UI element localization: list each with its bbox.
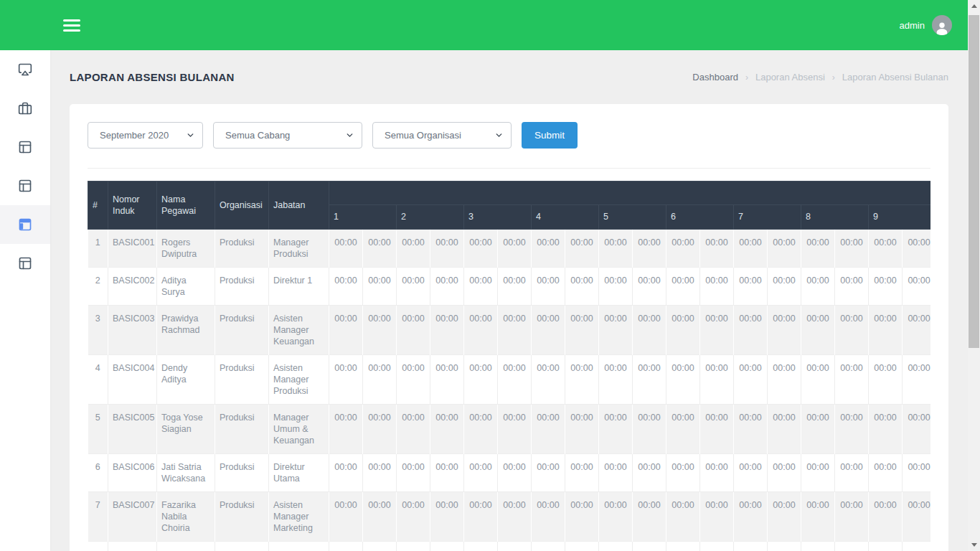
cell-time: 00:00 bbox=[498, 454, 532, 492]
cell-time: 00:00 bbox=[700, 542, 734, 551]
table-row: 1BASIC001Rogers DwiputraProduksiManager … bbox=[88, 230, 931, 268]
cell-time: 00:00 bbox=[498, 230, 532, 268]
branch-select[interactable]: Semua Cabang bbox=[213, 122, 362, 149]
hamburger-menu-icon[interactable] bbox=[63, 17, 80, 34]
breadcrumb-item[interactable]: Laporan Absensi bbox=[755, 72, 825, 83]
cell-time: 00:00 bbox=[801, 542, 835, 551]
cell-time: 00:00 bbox=[903, 306, 931, 355]
cell-time: 00:00 bbox=[801, 230, 835, 268]
cell-time: 00:00 bbox=[464, 230, 498, 268]
cell-time: 00:00 bbox=[363, 454, 397, 492]
cell-time: 00:00 bbox=[498, 405, 532, 454]
cell-time: 00:00 bbox=[633, 542, 666, 551]
vertical-scrollbar bbox=[968, 0, 980, 551]
cell-time: 00:00 bbox=[498, 492, 532, 542]
cell-time: 00:00 bbox=[869, 542, 903, 551]
cell-time: 00:00 bbox=[734, 306, 768, 355]
organization-select[interactable]: Semua Organisasi bbox=[372, 122, 512, 149]
page-title: LAPORAN ABSENSI BULANAN bbox=[70, 71, 235, 83]
cell-time: 00:00 bbox=[869, 230, 903, 268]
column-header-nama-pegawai: Nama Pegawai bbox=[157, 182, 215, 230]
cell-time: 00:00 bbox=[835, 355, 869, 405]
cell-time: 00:00 bbox=[565, 542, 599, 551]
cell-time: 00:00 bbox=[734, 268, 768, 306]
cell-organisasi: Produksi bbox=[215, 306, 269, 355]
cell-time: 00:00 bbox=[666, 542, 700, 551]
cell-time: 00:00 bbox=[363, 230, 397, 268]
cell-time: 00:00 bbox=[801, 405, 835, 454]
cell-time: 00:00 bbox=[700, 230, 734, 268]
cell-nama-pegawai: Dendy Aditya bbox=[157, 355, 215, 405]
cell-nomor-induk: BASIC004 bbox=[108, 355, 157, 405]
cell-time: 00:00 bbox=[532, 230, 565, 268]
cell-time: 00:00 bbox=[869, 454, 903, 492]
cell-time: 00:00 bbox=[869, 268, 903, 306]
cell-time: 00:00 bbox=[700, 306, 734, 355]
layout-icon bbox=[18, 179, 32, 193]
cell-jabatan: Asisten Manager Marketing bbox=[269, 492, 329, 542]
column-header-organisasi: Organisasi bbox=[215, 182, 269, 230]
cell-time: 00:00 bbox=[666, 306, 700, 355]
column-header-jabatan: Jabatan bbox=[269, 182, 329, 230]
cell-time: 00:00 bbox=[397, 492, 430, 542]
cell-time: 00:00 bbox=[734, 454, 768, 492]
cell-index: 1 bbox=[88, 230, 108, 268]
cell-time: 00:00 bbox=[768, 306, 801, 355]
scroll-down-arrow-icon[interactable] bbox=[968, 539, 980, 551]
cell-time: 00:00 bbox=[363, 492, 397, 542]
cell-time: 00:00 bbox=[363, 306, 397, 355]
cell-nomor-induk: BASIC008 bbox=[108, 542, 157, 551]
cell-nama-pegawai: Fazarika Nabila Choiria bbox=[157, 492, 215, 542]
sidebar-item-5[interactable] bbox=[0, 205, 50, 244]
cell-time: 00:00 bbox=[768, 454, 801, 492]
cell-index: 7 bbox=[88, 492, 108, 542]
cell-time: 00:00 bbox=[734, 492, 768, 542]
submit-button[interactable]: Submit bbox=[522, 122, 578, 149]
breadcrumb-item[interactable]: Dashboard bbox=[692, 72, 738, 83]
cell-organisasi: Produksi bbox=[215, 542, 269, 551]
user-menu[interactable]: admin bbox=[900, 15, 952, 35]
cell-index: 8 bbox=[88, 542, 108, 551]
cell-time: 00:00 bbox=[565, 405, 599, 454]
table-row: 5BASIC005Toga Yose SiagianProduksiManage… bbox=[88, 405, 931, 454]
breadcrumb-item: Laporan Absensi Bulanan bbox=[842, 72, 948, 83]
sidebar-item-2[interactable] bbox=[0, 89, 50, 128]
sidebar-item-4[interactable] bbox=[0, 166, 50, 205]
sidebar bbox=[0, 50, 50, 551]
attendance-table-wrapper: #Nomor IndukNama PegawaiOrganisasiJabata… bbox=[88, 181, 930, 551]
sidebar-item-3[interactable] bbox=[0, 128, 50, 166]
cell-time: 00:00 bbox=[599, 306, 633, 355]
column-header-nomor-induk: Nomor Induk bbox=[108, 182, 157, 230]
cell-nomor-induk: BASIC002 bbox=[108, 268, 157, 306]
day-column-header: 8 bbox=[801, 205, 869, 230]
cell-time: 00:00 bbox=[903, 355, 931, 405]
cell-index: 4 bbox=[88, 355, 108, 405]
cell-time: 00:00 bbox=[565, 230, 599, 268]
cell-time: 00:00 bbox=[835, 405, 869, 454]
cell-time: 00:00 bbox=[734, 355, 768, 405]
cell-time: 00:00 bbox=[430, 405, 464, 454]
cell-jabatan: Direktur 1 bbox=[269, 268, 329, 306]
cell-time: 00:00 bbox=[498, 268, 532, 306]
sidebar-item-6[interactable] bbox=[0, 244, 50, 283]
cell-time: 00:00 bbox=[430, 454, 464, 492]
table-row: 2BASIC002Aditya SuryaProduksiDirektur 10… bbox=[88, 268, 931, 306]
cell-nomor-induk: BASIC003 bbox=[108, 306, 157, 355]
cell-time: 00:00 bbox=[464, 492, 498, 542]
month-select[interactable]: September 2020 bbox=[88, 122, 203, 149]
cell-time: 00:00 bbox=[363, 542, 397, 551]
scroll-up-arrow-icon[interactable] bbox=[968, 0, 980, 12]
cell-jabatan: Manager Produksi bbox=[269, 230, 329, 268]
cell-time: 00:00 bbox=[903, 230, 931, 268]
cell-time: 00:00 bbox=[464, 405, 498, 454]
cell-time: 00:00 bbox=[329, 454, 363, 492]
sidebar-item-1[interactable] bbox=[0, 50, 50, 89]
cell-nama-pegawai: Prawidya Rachmad bbox=[157, 306, 215, 355]
cell-time: 00:00 bbox=[565, 306, 599, 355]
scrollbar-thumb[interactable] bbox=[969, 15, 979, 348]
cell-time: 00:00 bbox=[532, 542, 565, 551]
cell-time: 00:00 bbox=[532, 268, 565, 306]
day-column-header: 9 bbox=[869, 205, 931, 230]
cell-time: 00:00 bbox=[666, 268, 700, 306]
cell-time: 00:00 bbox=[430, 355, 464, 405]
